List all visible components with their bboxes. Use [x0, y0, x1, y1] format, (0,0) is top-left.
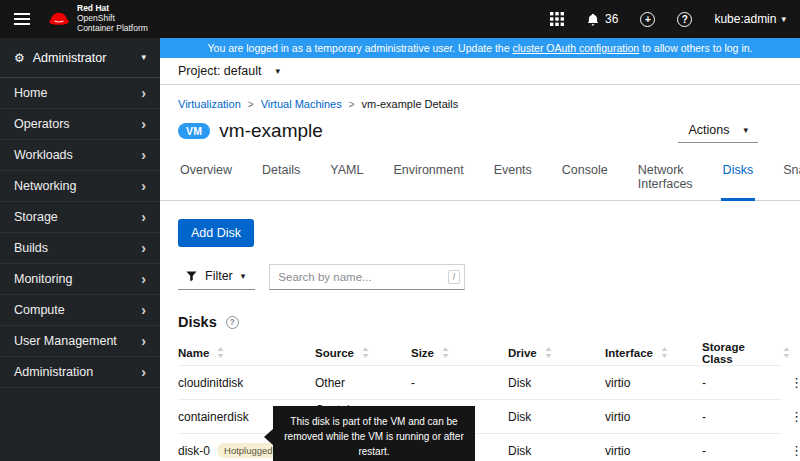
import-button[interactable]: +: [640, 12, 655, 27]
search-box: /: [269, 264, 465, 290]
breadcrumb: Virtualization > Virtual Machines > vm-e…: [178, 98, 782, 110]
cell-storage-class: -: [702, 376, 790, 390]
perspective-label: Administrator: [33, 51, 107, 65]
cell-storage-class: -: [702, 410, 790, 424]
chevron-right-icon: ›: [141, 241, 146, 255]
app-launcher-button[interactable]: [550, 12, 564, 26]
sidebar-item-label: Compute: [14, 303, 65, 317]
actions-dropdown-button[interactable]: Actions ▾: [678, 119, 758, 143]
filter-label: Filter: [205, 269, 233, 283]
app-root: Red Hat OpenShift Container Platform: [0, 0, 800, 461]
cell-interface: virtio: [605, 376, 702, 390]
sidebar-item-administration[interactable]: Administration ›: [0, 357, 160, 388]
column-header-drive[interactable]: Drive: [508, 347, 605, 359]
column-header-size[interactable]: Size: [411, 347, 508, 359]
caret-down-icon: ▾: [275, 67, 280, 76]
filter-dropdown-button[interactable]: Filter ▾: [178, 264, 255, 290]
sidebar-item-workloads[interactable]: Workloads ›: [0, 140, 160, 171]
breadcrumb-virtualization-link[interactable]: Virtualization: [178, 98, 241, 110]
sidebar-item-monitoring[interactable]: Monitoring ›: [0, 264, 160, 295]
caret-down-icon: ▾: [743, 126, 748, 135]
chevron-right-icon: ›: [141, 334, 146, 348]
notifications-button[interactable]: 36: [586, 12, 618, 27]
tab-console[interactable]: Console: [560, 157, 610, 200]
kebab-menu-button[interactable]: ⋮: [790, 410, 800, 423]
tab-network-interfaces[interactable]: Network Interfaces: [636, 157, 695, 200]
chevron-right-icon: ›: [141, 86, 146, 100]
chevron-right-icon: ›: [141, 148, 146, 162]
user-menu-dropdown[interactable]: kube:admin ▾: [714, 12, 786, 26]
disks-help-icon[interactable]: ?: [226, 316, 239, 329]
disks-table-header: Name Source Size: [178, 340, 782, 366]
tab-environment[interactable]: Environment: [391, 157, 465, 200]
caret-down-icon: ▾: [241, 272, 246, 281]
tab-overview[interactable]: Overview: [178, 157, 234, 200]
sidebar-item-label: Administration: [14, 365, 93, 379]
redhat-logo-icon: [48, 11, 70, 27]
table-row-cloudinitdisk: cloudinitdisk Other - Disk virtio - ⋮: [178, 366, 782, 400]
perspective-switcher[interactable]: ⚙ Administrator ▾: [0, 38, 160, 78]
cell-source: Other: [315, 376, 411, 390]
sidebar-item-operators[interactable]: Operators ›: [0, 109, 160, 140]
nav-toggle-button[interactable]: [10, 14, 34, 24]
kebab-menu-button[interactable]: ⋮: [790, 444, 800, 457]
cell-drive: Disk: [508, 444, 605, 458]
banner-text-before: You are logged in as a temporary adminis…: [208, 42, 510, 54]
hotplugged-badge[interactable]: Hotplugged: [217, 443, 280, 458]
sidebar-item-user-management[interactable]: User Management ›: [0, 326, 160, 357]
sort-icon: [545, 347, 552, 358]
cell-interface: virtio: [605, 444, 702, 458]
column-header-interface[interactable]: Interface: [605, 347, 702, 359]
column-header-storage-class[interactable]: Storage Class: [702, 341, 790, 365]
sidebar-item-networking[interactable]: Networking ›: [0, 171, 160, 202]
kebab-menu-button[interactable]: ⋮: [790, 376, 800, 389]
chevron-right-icon: ›: [141, 272, 146, 286]
tab-events[interactable]: Events: [492, 157, 534, 200]
search-by-name-input[interactable]: [269, 264, 465, 290]
caret-down-icon: ▾: [781, 15, 786, 24]
sort-icon: [362, 347, 369, 358]
sidebar-item-label: Monitoring: [14, 272, 72, 286]
tab-details[interactable]: Details: [260, 157, 302, 200]
brand-line3: Container Platform: [77, 24, 148, 34]
breadcrumb-virtual-machines-link[interactable]: Virtual Machines: [261, 98, 342, 110]
cell-size: -: [411, 376, 508, 390]
chevron-right-icon: ›: [141, 303, 146, 317]
sidebar-item-home[interactable]: Home ›: [0, 78, 160, 109]
tab-yaml[interactable]: YAML: [328, 157, 365, 200]
sidebar-item-storage[interactable]: Storage ›: [0, 202, 160, 233]
sidebar-item-label: Networking: [14, 179, 77, 193]
sidebar-item-label: Workloads: [14, 148, 73, 162]
login-notice-banner: You are logged in as a temporary adminis…: [160, 38, 800, 58]
banner-text-after: to allow others to log in.: [642, 42, 752, 54]
brand-logo[interactable]: Red Hat OpenShift Container Platform: [48, 4, 148, 33]
chevron-right-icon: ›: [141, 179, 146, 193]
sidebar-item-compute[interactable]: Compute ›: [0, 295, 160, 326]
sort-icon: [783, 347, 790, 358]
user-name: kube:admin: [714, 12, 776, 26]
sort-icon: [442, 347, 449, 358]
cell-storage-class: -: [702, 444, 790, 458]
help-button[interactable]: ?: [677, 12, 692, 27]
cell-drive: Disk: [508, 410, 605, 424]
oauth-configuration-link[interactable]: cluster OAuth configuration: [513, 42, 640, 54]
disks-toolbar: Filter ▾ /: [178, 264, 782, 290]
column-header-source[interactable]: Source: [315, 347, 411, 359]
add-disk-button[interactable]: Add Disk: [178, 219, 254, 247]
cell-drive: Disk: [508, 376, 605, 390]
tab-snapshots[interactable]: Snapshots: [781, 157, 800, 200]
disks-table: Name Source Size: [178, 340, 782, 461]
sort-icon: [661, 347, 668, 358]
grid-icon: [550, 12, 564, 26]
caret-down-icon: ▾: [141, 53, 146, 62]
project-bar: Project: default ▾: [160, 58, 800, 85]
sort-icon: [217, 347, 224, 358]
hamburger-icon: [14, 18, 30, 20]
cell-name: disk-0: [178, 444, 210, 458]
breadcrumb-separator: >: [248, 99, 254, 110]
project-selector-dropdown[interactable]: Project: default ▾: [178, 64, 280, 78]
tooltip-text: This disk is part of the VM and can be r…: [284, 416, 464, 457]
tab-disks[interactable]: Disks: [721, 157, 756, 200]
column-header-name[interactable]: Name: [178, 347, 315, 359]
sidebar-item-builds[interactable]: Builds ›: [0, 233, 160, 264]
